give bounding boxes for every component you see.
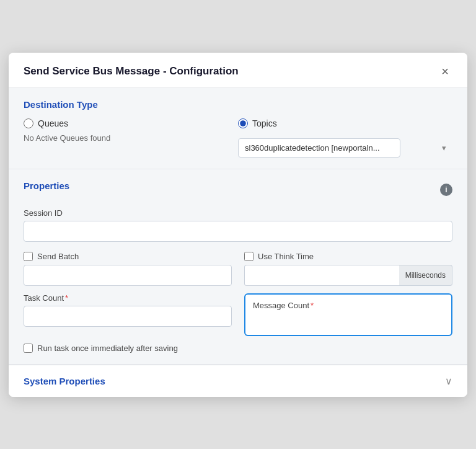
send-batch-label[interactable]: Send Batch [37,252,79,261]
run-task-checkbox[interactable] [24,344,33,353]
run-task-label[interactable]: Run task once immediately after saving [37,344,178,353]
message-count-highlighted: Message Count* 10000 [244,293,452,336]
queues-label[interactable]: Queues [38,118,68,128]
send-batch-col: Send Batch 1 [24,252,232,286]
message-count-col: Message Count* 10000 [244,293,452,336]
send-batch-checkbox[interactable] [24,252,33,261]
use-think-time-label[interactable]: Use Think Time [258,252,314,261]
think-time-input-wrap: 1 Milliseconds [244,265,452,286]
topics-radio-row: Topics [238,118,452,128]
use-think-time-col: Use Think Time 1 Milliseconds [244,252,452,286]
send-batch-checkbox-row: Send Batch [24,252,232,261]
session-id-wrap: Session ID [24,208,452,242]
think-time-input[interactable]: 1 [244,265,399,286]
system-properties-chevron-icon: ∨ [445,375,452,387]
milliseconds-label: Milliseconds [399,265,452,286]
task-message-row: Task Count* 1 Message Count* 10000 [24,293,452,336]
message-count-required: * [311,301,314,310]
properties-title: Properties [24,180,69,191]
close-button[interactable]: × [438,64,452,79]
topics-col: Topics sl360duplicatedetection [newporta… [238,118,452,158]
queues-radio[interactable] [24,118,33,128]
run-task-row: Run task once immediately after saving [24,344,452,353]
no-queues-text: No Active Queues found [24,133,238,143]
modal-title: Send Service Bus Message - Configuration [24,65,239,78]
message-count-input[interactable]: 10000 [253,314,444,329]
task-count-label: Task Count* [24,293,232,303]
modal-body: Destination Type Queues No Active Queues… [9,88,467,397]
queues-col: Queues No Active Queues found [24,118,238,143]
topics-chevron-icon: ▾ [442,143,446,153]
session-id-input[interactable] [24,221,452,242]
info-icon[interactable]: i [440,184,452,196]
send-batch-input[interactable]: 1 [24,265,232,286]
task-count-col: Task Count* 1 [24,293,232,336]
destination-type-section: Destination Type Queues No Active Queues… [9,88,467,169]
use-think-time-checkbox-row: Use Think Time [244,252,452,261]
batch-think-row: Send Batch 1 Use Think Time 1 Millisecon… [24,252,452,286]
modal: Send Service Bus Message - Configuration… [9,53,467,397]
topics-label[interactable]: Topics [252,118,277,128]
topics-radio[interactable] [238,118,248,128]
system-properties-title: System Properties [24,376,105,386]
message-count-label: Message Count* [253,301,444,310]
topics-select-wrap: sl360duplicatedetection [newportaln... ▾ [238,138,452,158]
session-id-label: Session ID [24,208,452,218]
topics-select[interactable]: sl360duplicatedetection [newportaln... [238,138,400,158]
queues-radio-row: Queues [24,118,238,128]
task-count-required: * [65,293,68,303]
system-properties-section[interactable]: System Properties ∨ [9,365,467,397]
modal-header: Send Service Bus Message - Configuration… [9,53,467,88]
destination-type-title: Destination Type [24,99,452,110]
task-count-input[interactable]: 1 [24,306,232,327]
use-think-time-checkbox[interactable] [244,252,253,261]
destination-type-row: Queues No Active Queues found Topics sl3… [24,118,452,158]
properties-section: Properties i Session ID Send Batch 1 [9,169,467,364]
properties-header: Properties i [24,180,452,200]
